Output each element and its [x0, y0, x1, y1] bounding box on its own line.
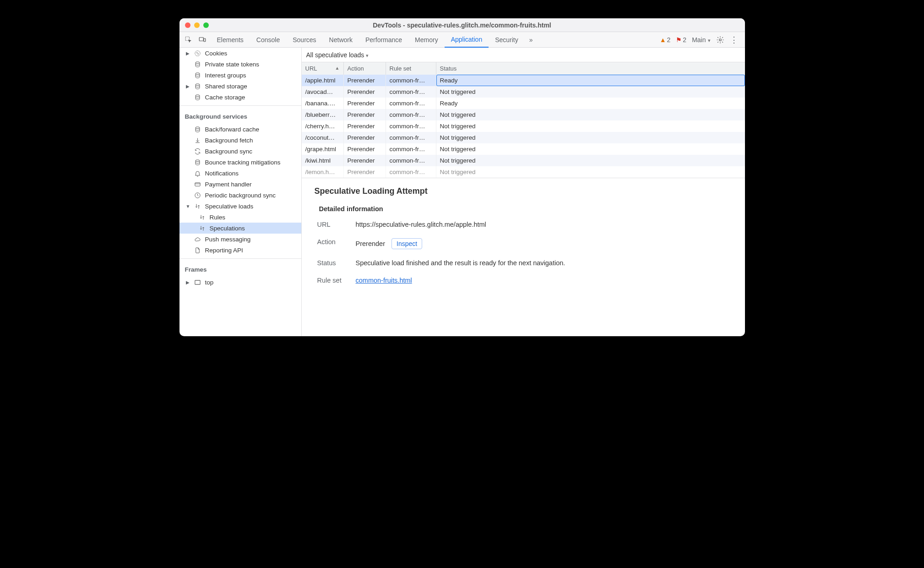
tab-application[interactable]: Application [445, 32, 489, 48]
svg-point-8 [196, 72, 200, 74]
application-sidebar: ▶CookiesPrivate state tokensInterest gro… [179, 48, 302, 336]
context-selector[interactable]: Main [692, 36, 710, 44]
warnings-badge[interactable]: ▲2 [660, 36, 671, 44]
sidebar-group-background-services: Background services [179, 109, 301, 124]
sidebar-group-frames: Frames [179, 262, 301, 277]
sidebar-item-cookies[interactable]: ▶Cookies [179, 48, 301, 59]
tab-security[interactable]: Security [489, 32, 525, 48]
inspect-button[interactable]: Inspect [391, 238, 422, 249]
caret-icon: ▶ [186, 84, 190, 89]
detail-action-value: Prerender Inspect [356, 238, 732, 249]
table-row[interactable]: /banana.…Prerendercommon-fr…Ready [302, 98, 745, 109]
sidebar-item-payment-handler[interactable]: Payment handler [179, 179, 301, 190]
cell-url: /avocad… [302, 86, 344, 98]
sort-asc-icon: ▲ [335, 66, 340, 71]
sidebar-item-label: Speculations [210, 225, 245, 232]
sidebar-item-label: Periodic background sync [205, 192, 276, 199]
tab-elements[interactable]: Elements [211, 32, 250, 48]
tab-console[interactable]: Console [250, 32, 286, 48]
sidebar-item-frames-top[interactable]: ▶ top [179, 277, 301, 288]
sidebar-item-label: Shared storage [205, 83, 247, 90]
frame-icon [194, 279, 201, 286]
sidebar-item-interest-groups[interactable]: Interest groups [179, 70, 301, 81]
db-icon [194, 71, 201, 79]
cell-ruleset: common-fr… [386, 166, 436, 178]
table-row[interactable]: /grape.htmlPrerendercommon-fr…Not trigge… [302, 143, 745, 155]
column-header-rule-set[interactable]: Rule set [386, 62, 436, 75]
detail-status-label: Status [317, 259, 349, 267]
tab-network[interactable]: Network [323, 32, 359, 48]
cell-ruleset: common-fr… [386, 132, 436, 143]
sidebar-item-label: Private state tokens [205, 61, 260, 68]
table-row[interactable]: /kiwi.htmlPrerendercommon-fr…Not trigger… [302, 155, 745, 166]
table-row[interactable]: /apple.htmlPrerendercommon-fr…Ready [302, 75, 745, 86]
sidebar-item-notifications[interactable]: Notifications [179, 168, 301, 179]
table-row[interactable]: /blueberr…Prerendercommon-fr…Not trigger… [302, 109, 745, 120]
sidebar-item-rules[interactable]: Rules [179, 212, 301, 223]
svg-rect-15 [195, 280, 200, 284]
kebab-menu-icon[interactable]: ⋮ [730, 35, 739, 45]
sidebar-item-speculative-loads[interactable]: ▼Speculative loads [179, 201, 301, 212]
cell-action: Prerender [344, 155, 386, 166]
close-window-button[interactable] [185, 22, 190, 28]
cell-ruleset: common-fr… [386, 109, 436, 120]
detail-ruleset-link[interactable]: common-fruits.html [356, 277, 412, 284]
detail-section-title: Detailed information [319, 205, 732, 213]
settings-gear-icon[interactable] [716, 36, 724, 44]
filter-bar[interactable]: All speculative loads [302, 48, 745, 62]
sidebar-item-bounce-tracking-mitigations[interactable]: Bounce tracking mitigations [179, 157, 301, 168]
issues-badge[interactable]: ⚑2 [676, 36, 686, 44]
cell-url: /grape.html [302, 143, 344, 155]
titlebar: DevTools - speculative-rules.glitch.me/c… [179, 18, 745, 32]
cell-action: Prerender [344, 143, 386, 155]
sidebar-item-speculations[interactable]: Speculations [179, 223, 301, 234]
sidebar-item-reporting-api[interactable]: Reporting API [179, 245, 301, 256]
bell-icon [194, 169, 201, 177]
sidebar-item-background-fetch[interactable]: Background fetch [179, 135, 301, 146]
table-row[interactable]: /cherry.h…Prerendercommon-fr…Not trigger… [302, 120, 745, 132]
window-controls [179, 22, 209, 28]
tab-sources[interactable]: Sources [286, 32, 322, 48]
sidebar-item-private-state-tokens[interactable]: Private state tokens [179, 59, 301, 70]
sidebar-item-label: Speculative loads [205, 203, 254, 210]
table-row[interactable]: /avocad…Prerendercommon-fr…Not triggered [302, 86, 745, 98]
cell-status: Not triggered [436, 109, 745, 120]
zoom-window-button[interactable] [203, 22, 209, 28]
sidebar-item-shared-storage[interactable]: ▶Shared storage [179, 81, 301, 92]
cell-url: /blueberr… [302, 109, 344, 120]
inspect-element-icon[interactable] [182, 33, 195, 46]
column-header-status[interactable]: Status [436, 62, 745, 75]
column-header-url[interactable]: URL▲ [302, 62, 344, 75]
detail-panel: Speculative Loading Attempt Detailed inf… [302, 178, 745, 294]
cell-ruleset: common-fr… [386, 86, 436, 98]
sidebar-item-cache-storage[interactable]: Cache storage [179, 92, 301, 103]
cell-ruleset: common-fr… [386, 75, 436, 86]
tab-memory[interactable]: Memory [408, 32, 445, 48]
svg-point-9 [196, 83, 200, 85]
sidebar-item-label: Notifications [205, 170, 239, 177]
more-tabs-chevron-icon[interactable]: » [529, 36, 533, 44]
device-toolbar-icon[interactable] [196, 33, 209, 46]
window-title: DevTools - speculative-rules.glitch.me/c… [179, 22, 745, 29]
filter-dropdown[interactable]: All speculative loads [306, 51, 369, 59]
sidebar-item-label: Payment handler [205, 181, 252, 188]
sidebar-item-background-sync[interactable]: Background sync [179, 146, 301, 157]
cell-status: Not triggered [436, 166, 745, 178]
sidebar-item-label: Back/forward cache [205, 126, 260, 133]
svg-point-12 [196, 159, 200, 161]
minimize-window-button[interactable] [194, 22, 200, 28]
table-row[interactable]: /lemon.h…Prerendercommon-fr…Not triggere… [302, 166, 745, 178]
db-icon [194, 60, 201, 68]
cell-url: /kiwi.html [302, 155, 344, 166]
cell-url: /apple.html [302, 75, 344, 86]
cell-status: Not triggered [436, 120, 745, 132]
sidebar-item-periodic-background-sync[interactable]: Periodic background sync [179, 190, 301, 201]
column-header-action[interactable]: Action [344, 62, 386, 75]
tab-performance[interactable]: Performance [359, 32, 408, 48]
cell-action: Prerender [344, 86, 386, 98]
svg-rect-13 [195, 182, 200, 186]
sidebar-item-label: Cookies [205, 50, 228, 57]
table-row[interactable]: /coconut…Prerendercommon-fr…Not triggere… [302, 132, 745, 143]
sidebar-item-back-forward-cache[interactable]: Back/forward cache [179, 124, 301, 135]
sidebar-item-push-messaging[interactable]: Push messaging [179, 234, 301, 245]
